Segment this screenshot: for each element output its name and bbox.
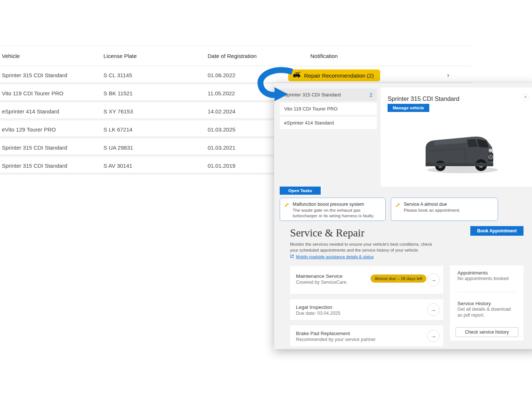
vehicle-name: Sprinter 315 CDI Standard [2,157,67,175]
header-notification: Notification [310,46,338,66]
service-card-subtitle: Recommended by your service partner [296,337,375,342]
license-plate: S AV 30141 [103,157,132,175]
vehicle-image [417,125,506,178]
header-vehicle: Vehicle [2,46,20,66]
service-card-subtitle: Due date: 03.04.2025 [296,311,340,316]
task-title: Malfunction boost pressure system [293,202,382,207]
service-card-title: Brake Pad Replacement [296,331,350,336]
license-plate: S BK 11521 [103,84,133,102]
service-wrench-icon [395,202,400,209]
registration-date: 01.06.2022 [208,66,235,84]
service-card-subtitle: Covered by ServiceCare. [296,280,348,285]
vehicle-name: eSprinter 414 Standard [2,102,59,120]
popup-vehicle-label: Sprinter 315 CDI Standard [284,92,341,98]
license-plate: S CL 31145 [103,66,132,84]
task-title: Service A almost due [404,202,494,207]
service-card-title: Maintenance Service [296,273,342,279]
notification-count-badge: 2 [369,92,372,98]
legal-inspection-card[interactable]: Legal Inspection Due date: 03.04.2025 → [290,299,443,320]
license-plate: S LK 67214 [103,120,132,139]
appointments-history-card: Appointments No appointments booked Serv… [450,265,524,341]
registration-date: 14.02.2024 [208,102,235,120]
task-card-malfunction[interactable]: Malfunction boost pressure system The wa… [280,198,386,221]
chevron-right-icon[interactable]: › [447,71,452,79]
manage-vehicle-button[interactable]: Manage vehicle [388,104,429,112]
license-plate: S UA 29831 [103,139,133,157]
popup-vehicle-item-sprinter-315[interactable]: Sprinter 315 CDI Standard 2 [280,89,377,101]
service-repair-description: Monitor the services needed to ensure yo… [290,241,435,253]
appointments-subtitle: No appointments booked [457,276,516,282]
external-link-icon [290,254,294,259]
repair-recommendation-label: Repair Recommendation (2) [304,72,374,79]
task-card-service-a[interactable]: Service A almost due Please book an appo… [391,198,498,221]
service-card-title: Legal Inspection [296,304,332,310]
vehicle-name: Vito 119 CDI Tourer PRO [2,84,64,102]
registration-date: 01.03.2025 [208,120,235,139]
car-service-icon [293,72,301,79]
mobilo-assistance-link[interactable]: Mobilo roadside assistance details & sta… [290,254,374,259]
license-plate: S XY 76153 [103,102,133,120]
popup-vehicle-item-esprinter-414[interactable]: eSprinter 414 Standard [280,117,377,129]
repair-recommendation-popup: Sprinter 315 CDI Standard 2 Vito 119 CDI… [274,83,532,349]
repair-recommendation-button[interactable]: Repair Recommendation (2) [288,69,380,81]
registration-date: 11.05.2022 [208,84,235,102]
task-description: The waste gate on the exhaust gas turboc… [293,208,382,219]
check-service-history-button[interactable]: Check service history [456,327,518,337]
brake-pad-replacement-card[interactable]: Brake Pad Replacement Recommended by you… [290,325,443,346]
header-date-of-registration: Date of Registration [208,46,257,66]
service-history-subtitle: Get all details & download as pdf report… [457,306,515,318]
vehicle-name: Sprinter 315 CDI Standard [2,66,67,84]
service-history-title: Service History [457,301,515,306]
table-row[interactable]: Sprinter 315 CDI Standard S CL 31145 01.… [0,66,471,84]
registration-date: 01.03.2021 [208,139,235,157]
vehicle-detail-title: Sprinter 315 CDI Standard [388,95,459,102]
popup-vehicle-list: Sprinter 315 CDI Standard 2 Vito 119 CDI… [280,89,377,131]
close-icon[interactable]: × [522,93,529,101]
maintenance-service-card[interactable]: Maintenance Service Covered by ServiceCa… [290,266,443,294]
arrow-right-icon[interactable]: → [427,303,440,316]
popup-vehicle-item-vito-119[interactable]: Vito 119 CDI Tourer PRO [280,103,377,115]
arrow-right-icon[interactable]: → [427,330,440,342]
arrow-right-icon[interactable]: → [427,273,440,286]
vehicle-name: eVito 129 Tourer PRO [2,120,56,139]
header-license-plate: License Plate [103,46,137,66]
task-description: Please book an appointment. [404,208,494,213]
appointments-title: Appointments [457,270,516,276]
registration-date: 01.01.2019 [208,157,235,175]
vehicle-detail-card: Sprinter 315 CDI Standard × Manage vehic… [381,88,532,187]
open-tasks-tab[interactable]: Open Tasks [280,187,321,195]
service-repair-heading: Service & Repair [290,227,364,239]
vehicle-name: Sprinter 315 CDI Standard [2,139,67,157]
popup-vehicle-label: Vito 119 CDI Tourer PRO [284,106,338,112]
service-wrench-icon [284,202,289,209]
table-header-row: Vehicle License Plate Date of Registrati… [0,46,471,66]
popup-vehicle-label: eSprinter 414 Standard [284,120,334,126]
divider [457,292,516,292]
book-appointment-button[interactable]: Book Appointment [470,226,524,236]
almost-due-badge: Almost due – 18 days left [371,274,426,283]
mobilo-link-label: Mobilo roadside assistance details & sta… [296,255,374,259]
